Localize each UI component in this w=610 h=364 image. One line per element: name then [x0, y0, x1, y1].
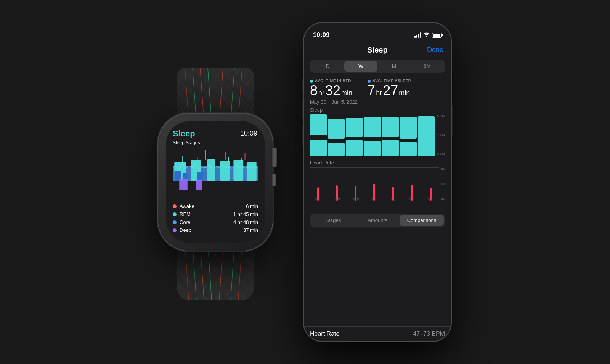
- sleep-bar-fri: [382, 114, 399, 156]
- bed-hr-unit: hr: [318, 89, 324, 97]
- legend-awake: Awake 6 min: [173, 203, 258, 209]
- rem-label: REM: [180, 211, 191, 217]
- legend-deep: Deep 37 min: [173, 227, 258, 233]
- svg-rect-19: [233, 160, 243, 181]
- sleep-y-axis: 8 PM 2 AM 8 AM: [435, 114, 445, 156]
- stats-row: AVG. TIME IN BED 8 hr 32 min: [310, 79, 445, 97]
- heart-rate-row: Heart Rate 47–73 BPM: [304, 326, 451, 341]
- signal-strength-icon: [414, 32, 421, 38]
- legend-core: Core 4 hr 48 min: [173, 219, 258, 225]
- bed-min-unit: min: [341, 89, 352, 97]
- watch-container: Sleep 10:09 Sleep Stages: [158, 113, 273, 251]
- status-icons: [414, 32, 442, 38]
- sleep-bar-sun: [418, 114, 435, 156]
- heart-label-sat: Sat: [409, 197, 415, 201]
- heart-bar-thu: Thu: [366, 167, 382, 201]
- heart-label-sun: Sun: [427, 197, 433, 201]
- avg-time-asleep: AVG. TIME ASLEEP 7 hr 27 min: [368, 79, 411, 97]
- sleep-bar-sat: [400, 114, 417, 156]
- segment-day[interactable]: D: [311, 61, 344, 72]
- phone-screen: Sleep Done D W M 6M AV: [304, 43, 451, 341]
- rem-dot: [173, 212, 177, 216]
- sleep-value: 7 hr 27 min: [368, 84, 411, 97]
- watch-legend: Awake 6 min REM 1 hr 45 min: [173, 203, 258, 233]
- deep-dot: [173, 228, 177, 232]
- sleep-min-unit: min: [399, 89, 410, 97]
- chart-type-tabs[interactable]: Stages Amounts Comparisons: [310, 214, 445, 227]
- heart-y-80: 80: [441, 167, 445, 171]
- sleep-chart-section: Sleep: [304, 107, 451, 158]
- nav-done-button[interactable]: Done: [427, 46, 443, 54]
- heart-label-mon: Mon: [315, 197, 322, 201]
- rem-value: 1 hr 45 min: [233, 211, 258, 217]
- awake-value: 6 min: [246, 203, 258, 209]
- sleep-hr-unit: hr: [376, 89, 382, 97]
- heart-y-axis: 80 60 40: [439, 167, 445, 209]
- svg-rect-20: [247, 162, 257, 181]
- stats-area: AVG. TIME IN BED 8 hr 32 min: [304, 76, 451, 107]
- sleep-chart-label: Sleep: [310, 107, 445, 113]
- tab-amounts[interactable]: Amounts: [355, 215, 400, 226]
- svg-rect-2: [177, 68, 254, 121]
- heart-label-fri: Fri: [391, 197, 395, 201]
- watch-crown[interactable]: [272, 148, 277, 167]
- watch-band-bottom: [177, 243, 254, 300]
- heart-bar-wed: Wed: [347, 167, 364, 201]
- watch-subtitle: Sleep Stages: [173, 140, 258, 145]
- core-dot: [173, 220, 177, 224]
- heart-bar-mon: Mon: [310, 167, 326, 201]
- status-bar: 10:09: [304, 23, 451, 43]
- heart-bar-sun: Sun: [422, 167, 439, 201]
- scene: Sleep 10:09 Sleep Stages: [0, 0, 610, 364]
- svg-rect-24: [179, 179, 188, 190]
- bed-value: 8 hr 32 min: [310, 84, 352, 97]
- watch-band-top: [177, 68, 254, 121]
- legend-rem: REM 1 hr 45 min: [173, 211, 258, 217]
- tab-stages[interactable]: Stages: [311, 215, 355, 226]
- watch-time: 10:09: [240, 129, 257, 137]
- segment-sixmonth[interactable]: 6M: [411, 61, 444, 72]
- sleep-bar-wed: [346, 114, 363, 156]
- watch-side-button[interactable]: [272, 174, 276, 186]
- sleep-hours: 7: [368, 84, 375, 97]
- svg-rect-23: [197, 172, 204, 180]
- svg-rect-25: [196, 180, 202, 190]
- bed-hours: 8: [310, 84, 318, 97]
- tab-comparisons[interactable]: Comparisons: [400, 215, 444, 226]
- core-value: 4 hr 48 min: [233, 219, 258, 225]
- heart-chart-section: Heart Rate: [304, 158, 451, 211]
- heart-label-thu: Thu: [371, 197, 377, 201]
- sleep-bar-mon: [310, 114, 327, 156]
- sleep-bar-tue: [328, 114, 345, 156]
- sleep-minutes: 27: [383, 84, 398, 97]
- core-label: Core: [180, 219, 190, 225]
- sleep-y-2am: 2 AM: [437, 134, 445, 137]
- awake-label: Awake: [180, 203, 194, 209]
- bed-minutes: 32: [325, 84, 340, 97]
- sleep-dot: [368, 80, 371, 83]
- date-range: May 30 – Jun 5, 2022: [310, 99, 445, 105]
- wifi-icon: [424, 32, 430, 38]
- heart-label-tue: Tue: [334, 197, 340, 201]
- sleep-y-8am: 8 AM: [437, 153, 445, 156]
- heart-bar-fri: Fri: [385, 167, 401, 201]
- heart-label-wed: Wed: [352, 197, 359, 201]
- bed-dot: [310, 80, 313, 83]
- svg-rect-17: [207, 159, 215, 181]
- svg-rect-31: [177, 243, 254, 300]
- nav-bar: Sleep Done: [304, 43, 451, 57]
- heart-y-40: 40: [441, 197, 445, 201]
- watch-title: Sleep: [173, 129, 195, 139]
- segment-month[interactable]: M: [377, 61, 411, 72]
- phone-body: 10:09: [303, 22, 452, 342]
- sleep-bar-thu: [364, 114, 380, 156]
- watch-sleep-chart: [173, 148, 258, 198]
- battery-icon: [432, 33, 442, 38]
- watch-body: Sleep 10:09 Sleep Stages: [158, 113, 273, 251]
- period-segment-control[interactable]: D W M 6M: [310, 60, 445, 73]
- status-time: 10:09: [313, 31, 329, 39]
- deep-label: Deep: [180, 227, 191, 233]
- awake-dot: [173, 204, 177, 208]
- heart-rate-label: Heart Rate: [310, 330, 339, 337]
- segment-week[interactable]: W: [344, 61, 377, 72]
